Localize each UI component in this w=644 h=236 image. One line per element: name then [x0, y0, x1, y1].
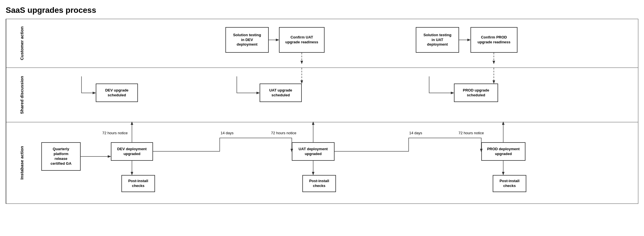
customer-arrows-svg [37, 19, 638, 68]
instabase-row: Instabase action 72 hours notice 14 days… [6, 122, 638, 204]
solution-testing-dev-box: Solution testingin DEVdeployment [225, 27, 269, 53]
confirm-uat-box: Confirm UATupgrade readiness [279, 27, 325, 53]
label-14d-2: 14 days [409, 131, 422, 135]
process-diagram: Customer action Solution testingin DEVde… [6, 19, 638, 204]
post-install-checks-prod-box: Post-installchecks [493, 175, 526, 192]
instabase-row-label: Instabase action [6, 122, 37, 204]
label-14d-1: 14 days [221, 131, 234, 135]
page-title: SaaS upgrades process [6, 6, 638, 15]
dev-upgrade-scheduled-box: DEV upgradescheduled [96, 84, 138, 102]
label-72h-2: 72 hours notice [271, 131, 296, 135]
prod-upgrade-scheduled-box: PROD upgradescheduled [454, 84, 498, 102]
customer-row: Customer action Solution testingin DEVde… [6, 19, 638, 68]
confirm-prod-box: Confirm PRODupgrade readiness [470, 27, 517, 53]
instabase-row-content: 72 hours notice 14 days 72 hours notice … [37, 122, 638, 204]
shared-row-content: DEV upgradescheduled UAT upgradeschedule… [37, 68, 638, 122]
solution-testing-uat-box: Solution testingin UATdeployment [416, 27, 459, 53]
shared-row: Shared discussion DEV upgradescheduled U… [6, 68, 638, 122]
prod-deployment-upgraded-box: PROD deploymentupgraded [481, 142, 525, 161]
quarterly-platform-box: Quarterlyplatformreleasecertified GA [41, 142, 81, 171]
dev-deployment-upgraded-box: DEV deploymentupgraded [111, 142, 153, 161]
label-72h-3: 72 hours notice [458, 131, 484, 135]
customer-row-label: Customer action [6, 19, 37, 68]
shared-row-label: Shared discussion [6, 68, 37, 122]
post-install-checks-uat-box: Post-installchecks [302, 175, 336, 192]
svg-line-8 [102, 138, 110, 151]
uat-deployment-upgraded-box: UAT deploymentupgraded [292, 142, 335, 161]
post-install-checks-dev-box: Post-installchecks [121, 175, 155, 192]
uat-upgrade-scheduled-box: UAT upgradescheduled [260, 84, 302, 102]
label-72h-1: 72 hours notice [102, 131, 128, 135]
customer-row-content: Solution testingin DEVdeployment Confirm… [37, 19, 638, 68]
